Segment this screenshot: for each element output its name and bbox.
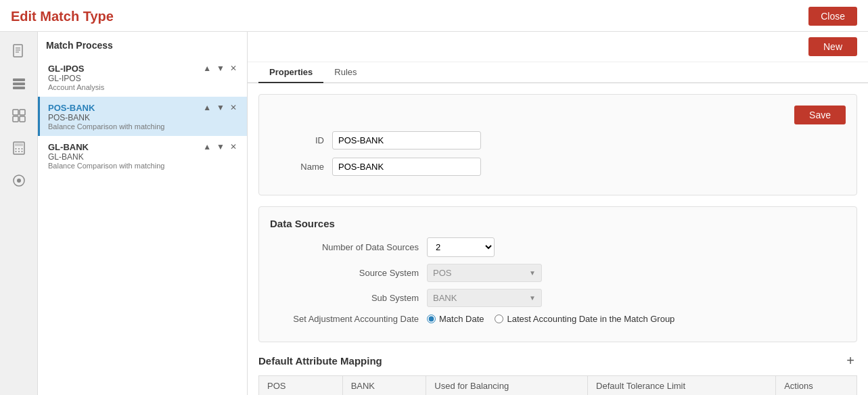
attr-mapping-header: Default Attribute Mapping + xyxy=(258,353,857,369)
sidebar-cursor-icon[interactable] xyxy=(7,168,31,193)
sidebar-calculator-icon[interactable] xyxy=(7,136,31,160)
id-name-section: Save ID Name xyxy=(258,94,857,195)
close-button[interactable]: Close xyxy=(808,7,857,26)
radio-latest-text: Latest Accounting Date in the Match Grou… xyxy=(507,314,675,324)
save-row: Save xyxy=(270,106,846,124)
radio-match-date-text: Match Date xyxy=(439,314,484,324)
id-label: ID xyxy=(270,135,324,145)
svg-rect-5 xyxy=(13,83,25,85)
process-item-gl-ipos-desc: Account Analysis xyxy=(48,83,239,91)
sub-system-arrow: ▼ xyxy=(529,294,536,302)
source-system-display: POS ▼ xyxy=(427,264,542,282)
attr-mapping-table: POS BANK Used for Balancing Default Tole… xyxy=(258,375,857,395)
svg-rect-10 xyxy=(20,116,25,122)
col-actions: Actions xyxy=(776,376,857,396)
source-system-value: POS xyxy=(433,268,451,278)
col-pos: POS xyxy=(259,376,343,396)
process-item-pos-bank-desc: Balance Comparison with matching xyxy=(48,122,239,131)
data-sources-title: Data Sources xyxy=(270,218,846,229)
col-default-tolerance: Default Tolerance Limit xyxy=(588,376,776,396)
pos-bank-controls: ▲ ▼ ✕ xyxy=(201,102,239,113)
process-item-gl-bank[interactable]: GL-BANK ▲ ▼ ✕ GL-BANK Balance Comparison… xyxy=(38,136,247,175)
process-item-pos-bank-sub: POS-BANK xyxy=(48,113,239,122)
process-item-pos-bank-name: POS-BANK xyxy=(48,103,95,113)
process-item-gl-bank-desc: Balance Comparison with matching xyxy=(48,162,239,170)
gl-ipos-close-btn[interactable]: ✕ xyxy=(228,63,239,74)
radio-latest-label[interactable]: Latest Accounting Date in the Match Grou… xyxy=(495,314,675,324)
sub-system-display: BANK ▼ xyxy=(427,289,542,307)
tab-rules[interactable]: Rules xyxy=(323,62,367,83)
new-button[interactable]: New xyxy=(808,37,857,56)
id-field-row: ID xyxy=(270,131,846,149)
num-sources-select[interactable]: 2 1 3 xyxy=(427,237,495,257)
num-sources-label: Number of Data Sources xyxy=(270,242,419,252)
sub-system-label: Sub System xyxy=(270,293,419,303)
attr-mapping-title: Default Attribute Mapping xyxy=(258,355,382,367)
svg-rect-6 xyxy=(13,87,25,89)
svg-rect-0 xyxy=(14,45,22,57)
gl-bank-up-btn[interactable]: ▲ xyxy=(201,141,213,152)
data-sources-section: Data Sources Number of Data Sources 2 1 … xyxy=(258,206,857,342)
sub-system-control: BANK ▼ xyxy=(427,289,542,307)
pos-bank-up-btn[interactable]: ▲ xyxy=(201,102,213,113)
radio-match-date[interactable] xyxy=(427,315,436,323)
gl-ipos-up-btn[interactable]: ▲ xyxy=(201,63,213,74)
name-field-row: Name xyxy=(270,158,846,176)
name-label: Name xyxy=(270,162,324,172)
svg-rect-12 xyxy=(15,143,23,146)
icon-sidebar xyxy=(0,32,38,395)
header: Edit Match Type Close xyxy=(0,0,868,32)
adjustment-date-radio-group: Match Date Latest Accounting Date in the… xyxy=(427,314,675,324)
id-input[interactable] xyxy=(332,131,481,149)
svg-point-13 xyxy=(15,148,16,149)
gl-bank-close-btn[interactable]: ✕ xyxy=(228,141,239,152)
add-mapping-button[interactable]: + xyxy=(844,353,857,369)
svg-point-20 xyxy=(17,179,21,183)
source-system-control: POS ▼ xyxy=(427,264,542,282)
svg-rect-4 xyxy=(13,78,25,81)
svg-point-15 xyxy=(21,148,22,149)
properties-content: Save ID Name Data Sources Number xyxy=(248,83,868,395)
gl-ipos-down-btn[interactable]: ▼ xyxy=(214,63,227,74)
svg-rect-7 xyxy=(13,110,18,115)
main-area: Match Process GL-IPOS ▲ ▼ ✕ GL-IPOS Acco… xyxy=(0,32,868,395)
pos-bank-down-btn[interactable]: ▼ xyxy=(214,102,227,113)
process-item-gl-bank-sub: GL-BANK xyxy=(48,152,239,162)
adjustment-date-label: Set Adjustment Accounting Date xyxy=(270,314,419,324)
col-used-for-balancing: Used for Balancing xyxy=(426,376,588,396)
attr-mapping-section: Default Attribute Mapping + POS BANK Use… xyxy=(258,353,857,395)
source-system-row: Source System POS ▼ xyxy=(270,264,846,282)
match-process-title: Match Process xyxy=(38,40,247,57)
svg-rect-8 xyxy=(20,110,25,115)
process-item-pos-bank[interactable]: POS-BANK ▲ ▼ ✕ POS-BANK Balance Comparis… xyxy=(38,97,247,136)
save-button[interactable]: Save xyxy=(794,106,846,124)
pos-bank-close-btn[interactable]: ✕ xyxy=(228,102,239,113)
process-item-gl-ipos[interactable]: GL-IPOS ▲ ▼ ✕ GL-IPOS Account Analysis xyxy=(38,57,247,97)
radio-latest[interactable] xyxy=(495,315,503,323)
source-system-label: Source System xyxy=(270,268,419,278)
table-header-row: POS BANK Used for Balancing Default Tole… xyxy=(259,376,857,396)
svg-rect-9 xyxy=(13,116,18,122)
name-input[interactable] xyxy=(332,158,481,176)
gl-bank-down-btn[interactable]: ▼ xyxy=(214,141,227,152)
source-system-arrow: ▼ xyxy=(529,269,536,277)
sub-system-row: Sub System BANK ▼ xyxy=(270,289,846,307)
num-sources-control: 2 1 3 xyxy=(427,237,495,257)
content-area: New Properties Rules Save ID xyxy=(248,32,868,395)
tab-properties[interactable]: Properties xyxy=(258,62,323,83)
sub-system-value: BANK xyxy=(433,293,457,303)
sidebar-list-icon[interactable] xyxy=(7,71,31,95)
match-process-panel: Match Process GL-IPOS ▲ ▼ ✕ GL-IPOS Acco… xyxy=(38,32,248,395)
sidebar-document-icon[interactable] xyxy=(7,39,31,63)
process-item-gl-ipos-sub: GL-IPOS xyxy=(48,74,239,83)
adjustment-date-row: Set Adjustment Accounting Date Match Dat… xyxy=(270,314,846,324)
process-item-gl-ipos-name: GL-IPOS xyxy=(48,64,84,74)
col-bank: BANK xyxy=(342,376,426,396)
radio-match-date-label[interactable]: Match Date xyxy=(427,314,484,324)
sidebar-grid-icon[interactable] xyxy=(7,103,31,128)
gl-bank-controls: ▲ ▼ ✕ xyxy=(201,141,239,152)
svg-point-14 xyxy=(18,148,20,149)
new-btn-area: New xyxy=(248,32,868,62)
gl-ipos-controls: ▲ ▼ ✕ xyxy=(201,63,239,74)
num-sources-row: Number of Data Sources 2 1 3 xyxy=(270,237,846,257)
